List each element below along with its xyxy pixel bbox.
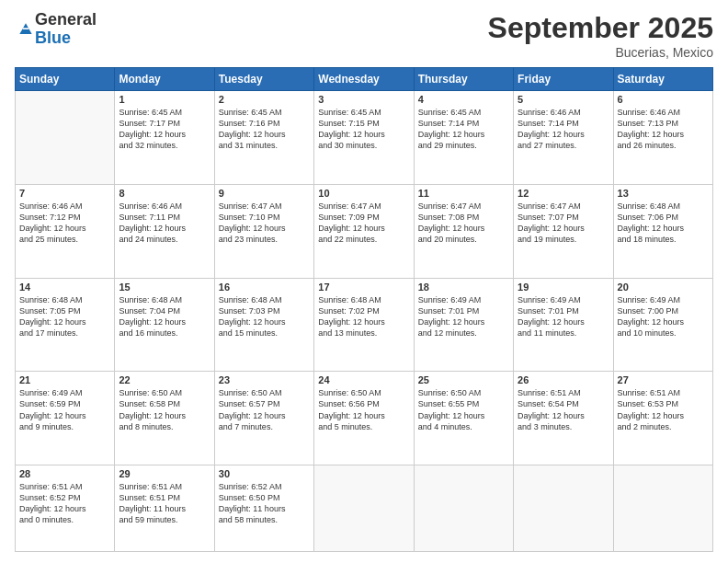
day-info: Sunrise: 6:47 AM Sunset: 7:09 PM Dayligh… <box>318 201 409 246</box>
month-title: September 2025 <box>488 11 713 45</box>
day-number: 22 <box>119 374 210 385</box>
title-block: September 2025 Bucerias, Mexico <box>488 11 713 60</box>
day-number: 14 <box>19 282 110 293</box>
day-info: Sunrise: 6:49 AM Sunset: 6:59 PM Dayligh… <box>19 387 110 432</box>
calendar: SundayMondayTuesdayWednesdayThursdayFrid… <box>15 67 713 552</box>
weekday-header-sunday: Sunday <box>16 68 115 91</box>
day-info: Sunrise: 6:48 AM Sunset: 7:06 PM Dayligh… <box>618 201 709 246</box>
day-info: Sunrise: 6:45 AM Sunset: 7:15 PM Dayligh… <box>318 107 409 152</box>
day-number: 28 <box>19 468 110 479</box>
day-number: 7 <box>19 188 110 199</box>
day-number: 19 <box>518 282 609 293</box>
day-info: Sunrise: 6:45 AM Sunset: 7:16 PM Dayligh… <box>219 107 310 152</box>
weekday-header-wednesday: Wednesday <box>314 68 414 91</box>
calendar-cell: 27Sunrise: 6:51 AM Sunset: 6:53 PM Dayli… <box>613 372 712 465</box>
calendar-cell <box>613 465 712 552</box>
logo-text: General Blue <box>35 11 97 48</box>
calendar-cell: 25Sunrise: 6:50 AM Sunset: 6:55 PM Dayli… <box>414 372 513 465</box>
logo: General Blue <box>15 11 97 48</box>
day-info: Sunrise: 6:52 AM Sunset: 6:50 PM Dayligh… <box>219 481 310 526</box>
weekday-header-thursday: Thursday <box>414 68 513 91</box>
logo-blue: Blue <box>35 29 97 48</box>
day-info: Sunrise: 6:50 AM Sunset: 6:57 PM Dayligh… <box>219 387 310 432</box>
day-info: Sunrise: 6:49 AM Sunset: 7:00 PM Dayligh… <box>618 294 709 339</box>
svg-rect-1 <box>23 28 29 29</box>
calendar-cell: 2Sunrise: 6:45 AM Sunset: 7:16 PM Daylig… <box>214 91 313 185</box>
calendar-cell: 15Sunrise: 6:48 AM Sunset: 7:04 PM Dayli… <box>115 278 214 372</box>
calendar-cell: 24Sunrise: 6:50 AM Sunset: 6:56 PM Dayli… <box>314 372 414 465</box>
week-row-1: 1Sunrise: 6:45 AM Sunset: 7:17 PM Daylig… <box>16 91 713 185</box>
day-info: Sunrise: 6:45 AM Sunset: 7:17 PM Dayligh… <box>119 107 210 152</box>
calendar-cell: 16Sunrise: 6:48 AM Sunset: 7:03 PM Dayli… <box>214 278 313 372</box>
day-number: 5 <box>518 94 609 105</box>
calendar-cell: 22Sunrise: 6:50 AM Sunset: 6:58 PM Dayli… <box>115 372 214 465</box>
calendar-cell <box>16 91 115 185</box>
calendar-cell: 12Sunrise: 6:47 AM Sunset: 7:07 PM Dayli… <box>514 184 613 278</box>
day-number: 20 <box>618 282 709 293</box>
logo-icon <box>17 20 35 39</box>
calendar-cell: 28Sunrise: 6:51 AM Sunset: 6:52 PM Dayli… <box>16 465 115 552</box>
calendar-cell: 19Sunrise: 6:49 AM Sunset: 7:01 PM Dayli… <box>514 278 613 372</box>
day-info: Sunrise: 6:46 AM Sunset: 7:13 PM Dayligh… <box>618 107 709 152</box>
day-info: Sunrise: 6:46 AM Sunset: 7:12 PM Dayligh… <box>19 201 110 246</box>
weekday-header-saturday: Saturday <box>613 68 712 91</box>
day-number: 6 <box>618 94 709 105</box>
calendar-cell: 18Sunrise: 6:49 AM Sunset: 7:01 PM Dayli… <box>414 278 513 372</box>
day-number: 12 <box>518 188 609 199</box>
day-info: Sunrise: 6:48 AM Sunset: 7:05 PM Dayligh… <box>19 294 110 339</box>
day-number: 30 <box>219 468 310 479</box>
calendar-cell: 6Sunrise: 6:46 AM Sunset: 7:13 PM Daylig… <box>613 91 712 185</box>
calendar-cell <box>514 465 613 552</box>
week-row-4: 21Sunrise: 6:49 AM Sunset: 6:59 PM Dayli… <box>16 372 713 465</box>
day-info: Sunrise: 6:48 AM Sunset: 7:04 PM Dayligh… <box>119 294 210 339</box>
day-info: Sunrise: 6:46 AM Sunset: 7:11 PM Dayligh… <box>119 201 210 246</box>
calendar-cell: 13Sunrise: 6:48 AM Sunset: 7:06 PM Dayli… <box>613 184 712 278</box>
calendar-cell: 9Sunrise: 6:47 AM Sunset: 7:10 PM Daylig… <box>214 184 313 278</box>
day-number: 27 <box>618 374 709 385</box>
day-number: 18 <box>418 282 509 293</box>
week-row-5: 28Sunrise: 6:51 AM Sunset: 6:52 PM Dayli… <box>16 465 713 552</box>
calendar-cell: 11Sunrise: 6:47 AM Sunset: 7:08 PM Dayli… <box>414 184 513 278</box>
calendar-cell <box>314 465 414 552</box>
calendar-cell: 29Sunrise: 6:51 AM Sunset: 6:51 PM Dayli… <box>115 465 214 552</box>
week-row-3: 14Sunrise: 6:48 AM Sunset: 7:05 PM Dayli… <box>16 278 713 372</box>
calendar-cell: 20Sunrise: 6:49 AM Sunset: 7:00 PM Dayli… <box>613 278 712 372</box>
day-number: 3 <box>318 94 409 105</box>
day-info: Sunrise: 6:50 AM Sunset: 6:58 PM Dayligh… <box>119 387 210 432</box>
calendar-cell: 8Sunrise: 6:46 AM Sunset: 7:11 PM Daylig… <box>115 184 214 278</box>
day-info: Sunrise: 6:47 AM Sunset: 7:10 PM Dayligh… <box>219 201 310 246</box>
weekday-header-friday: Friday <box>514 68 613 91</box>
day-info: Sunrise: 6:47 AM Sunset: 7:07 PM Dayligh… <box>518 201 609 246</box>
day-info: Sunrise: 6:51 AM Sunset: 6:54 PM Dayligh… <box>518 387 609 432</box>
day-number: 26 <box>518 374 609 385</box>
location: Bucerias, Mexico <box>488 45 713 60</box>
day-info: Sunrise: 6:46 AM Sunset: 7:14 PM Dayligh… <box>518 107 609 152</box>
day-info: Sunrise: 6:51 AM Sunset: 6:51 PM Dayligh… <box>119 481 210 526</box>
day-info: Sunrise: 6:51 AM Sunset: 6:53 PM Dayligh… <box>618 387 709 432</box>
weekday-header-row: SundayMondayTuesdayWednesdayThursdayFrid… <box>16 68 713 91</box>
day-number: 10 <box>318 188 409 199</box>
page: General Blue September 2025 Bucerias, Me… <box>0 0 728 563</box>
weekday-header-monday: Monday <box>115 68 214 91</box>
day-number: 23 <box>219 374 310 385</box>
calendar-cell: 4Sunrise: 6:45 AM Sunset: 7:14 PM Daylig… <box>414 91 513 185</box>
day-number: 21 <box>19 374 110 385</box>
day-info: Sunrise: 6:48 AM Sunset: 7:03 PM Dayligh… <box>219 294 310 339</box>
header: General Blue September 2025 Bucerias, Me… <box>15 11 713 60</box>
calendar-cell: 17Sunrise: 6:48 AM Sunset: 7:02 PM Dayli… <box>314 278 414 372</box>
calendar-cell <box>414 465 513 552</box>
weekday-header-tuesday: Tuesday <box>214 68 313 91</box>
day-number: 13 <box>618 188 709 199</box>
logo-general: General <box>35 11 97 29</box>
day-info: Sunrise: 6:50 AM Sunset: 6:55 PM Dayligh… <box>418 387 509 432</box>
day-info: Sunrise: 6:49 AM Sunset: 7:01 PM Dayligh… <box>418 294 509 339</box>
day-number: 24 <box>318 374 409 385</box>
calendar-cell: 1Sunrise: 6:45 AM Sunset: 7:17 PM Daylig… <box>115 91 214 185</box>
day-number: 16 <box>219 282 310 293</box>
day-info: Sunrise: 6:51 AM Sunset: 6:52 PM Dayligh… <box>19 481 110 526</box>
day-number: 4 <box>418 94 509 105</box>
day-info: Sunrise: 6:50 AM Sunset: 6:56 PM Dayligh… <box>318 387 409 432</box>
day-number: 25 <box>418 374 509 385</box>
day-number: 17 <box>318 282 409 293</box>
day-number: 2 <box>219 94 310 105</box>
